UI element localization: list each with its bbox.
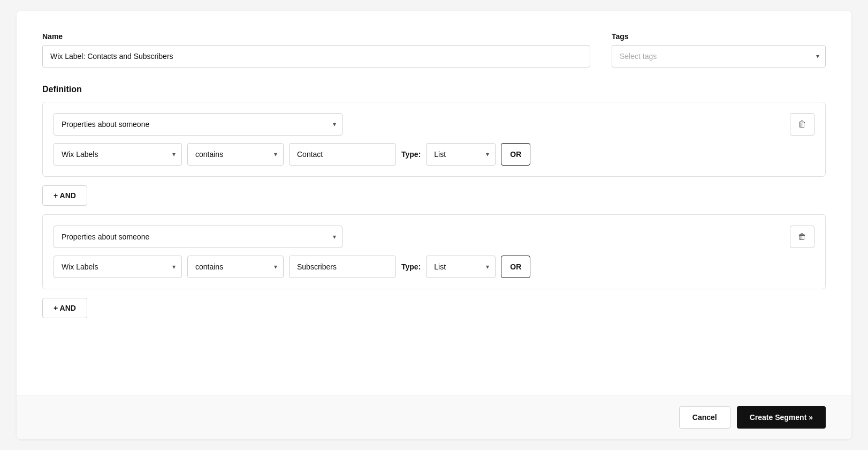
type-select-2[interactable]: List Text Number bbox=[426, 256, 496, 278]
and-button-2-container: + AND bbox=[42, 298, 826, 318]
type-label-2: Type: bbox=[401, 262, 421, 271]
type-label-1: Type: bbox=[401, 150, 421, 159]
definition-label: Definition bbox=[42, 85, 826, 94]
wix-labels-select-2[interactable]: Wix Labels bbox=[54, 256, 182, 278]
definition-section: Definition Properties about someone ▾ 🗑 bbox=[42, 85, 826, 318]
wix-labels-select-2-wrapper: Wix Labels ▾ bbox=[54, 256, 182, 278]
footer-row: Cancel Create Segment » bbox=[17, 395, 851, 439]
tags-select-wrapper[interactable]: Select tags ▾ bbox=[612, 45, 826, 68]
definition-block-1: Properties about someone ▾ 🗑 Wix Labels … bbox=[42, 102, 826, 177]
tags-label: Tags bbox=[612, 32, 826, 41]
contains-select-2[interactable]: contains does not contain bbox=[187, 256, 284, 278]
wix-labels-select-1[interactable]: Wix Labels bbox=[54, 143, 182, 166]
definition-block-2: Properties about someone ▾ 🗑 Wix Labels … bbox=[42, 214, 826, 289]
definition-block-1-header: Properties about someone ▾ 🗑 bbox=[54, 113, 814, 143]
properties-select-1[interactable]: Properties about someone bbox=[54, 113, 342, 136]
and-button-1[interactable]: + AND bbox=[42, 185, 87, 206]
tags-chevron-icon: ▾ bbox=[816, 52, 819, 60]
trash-icon-2: 🗑 bbox=[798, 232, 806, 242]
create-segment-button[interactable]: Create Segment » bbox=[737, 406, 826, 429]
tags-select-display[interactable]: Select tags ▾ bbox=[612, 45, 826, 68]
properties-select-2-wrapper: Properties about someone ▾ bbox=[54, 226, 342, 248]
tags-placeholder-text: Select tags bbox=[620, 52, 657, 61]
top-row: Name Tags Select tags ▾ bbox=[42, 32, 826, 68]
type-select-2-wrapper: List Text Number ▾ bbox=[426, 256, 496, 278]
contains-select-2-wrapper: contains does not contain ▾ bbox=[187, 256, 284, 278]
name-field-group: Name bbox=[42, 32, 590, 68]
definition-block-2-bottom-row: Wix Labels ▾ contains does not contain ▾… bbox=[54, 256, 814, 278]
or-button-2[interactable]: OR bbox=[501, 256, 530, 278]
contains-select-1[interactable]: contains does not contain bbox=[187, 143, 284, 166]
and-button-1-container: + AND bbox=[42, 185, 826, 206]
properties-select-2[interactable]: Properties about someone bbox=[54, 226, 342, 248]
name-label: Name bbox=[42, 32, 590, 41]
definition-block-2-top-row: Properties about someone ▾ bbox=[54, 226, 342, 248]
value-input-1[interactable] bbox=[289, 143, 396, 166]
definition-block-1-top-row: Properties about someone ▾ bbox=[54, 113, 342, 136]
type-select-1-wrapper: List Text Number ▾ bbox=[426, 143, 496, 166]
value-input-2[interactable] bbox=[289, 256, 396, 278]
definition-block-2-header: Properties about someone ▾ 🗑 bbox=[54, 226, 814, 256]
name-input[interactable] bbox=[42, 45, 590, 68]
delete-button-2[interactable]: 🗑 bbox=[790, 226, 814, 248]
or-button-1[interactable]: OR bbox=[501, 143, 530, 166]
wix-labels-select-1-wrapper: Wix Labels ▾ bbox=[54, 143, 182, 166]
cancel-button[interactable]: Cancel bbox=[679, 406, 730, 429]
properties-select-1-wrapper: Properties about someone ▾ bbox=[54, 113, 342, 136]
trash-icon-1: 🗑 bbox=[798, 119, 806, 129]
contains-select-1-wrapper: contains does not contain ▾ bbox=[187, 143, 284, 166]
tags-field-group: Tags Select tags ▾ bbox=[612, 32, 826, 68]
delete-button-1[interactable]: 🗑 bbox=[790, 113, 814, 136]
type-select-1[interactable]: List Text Number bbox=[426, 143, 496, 166]
and-button-2[interactable]: + AND bbox=[42, 298, 87, 318]
page-container: Name Tags Select tags ▾ Definition Prope… bbox=[17, 11, 851, 439]
definition-block-1-bottom-row: Wix Labels ▾ contains does not contain ▾… bbox=[54, 143, 814, 166]
